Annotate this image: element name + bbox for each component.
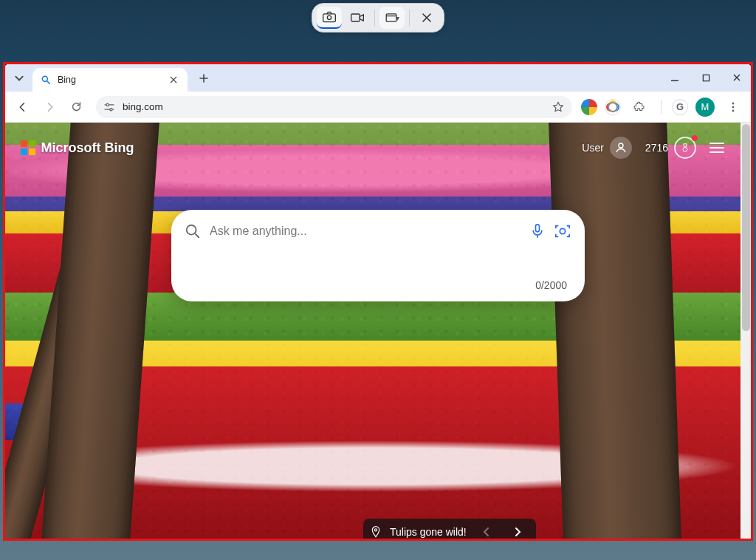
svg-point-17 [683,147,687,151]
scrollbar-thumb[interactable] [742,124,750,331]
caption-prev-button[interactable] [475,522,498,539]
tab-title: Bing [58,75,161,85]
window-minimize-button[interactable] [664,68,685,87]
svg-rect-20 [536,225,540,232]
microsoft-logo-icon [21,140,35,155]
rewards-points: 2716 [645,142,668,154]
browser-window: Bing bing.com [4,64,752,539]
extension-colorwheel-icon[interactable] [581,99,597,115]
tab-close-button[interactable] [167,73,180,86]
bing-logo-text: Microsoft Bing [41,140,134,156]
capture-still-button[interactable] [317,7,342,29]
nav-back-button[interactable] [12,96,34,118]
tab-strip: Bing [4,64,752,92]
profile-avatar[interactable]: M [695,98,715,117]
svg-point-13 [732,102,735,104]
bing-favicon [40,74,52,86]
location-pin-icon [371,526,381,538]
svg-point-1 [327,16,331,19]
svg-point-12 [110,108,112,110]
microsoft-bing-logo[interactable]: Microsoft Bing [21,140,134,156]
window-maximize-button[interactable] [695,68,716,87]
svg-rect-0 [323,14,336,22]
svg-line-19 [195,233,199,237]
url-text: bing.com [123,101,163,112]
caption-next-button[interactable] [506,522,529,539]
window-controls [664,68,747,87]
capture-window-button[interactable]: ▾ [379,7,405,29]
vertical-scrollbar[interactable] [740,123,752,539]
svg-point-21 [560,228,565,233]
screenshot-toolbar: ▾ [312,3,444,33]
nav-reload-button[interactable] [65,96,87,118]
site-settings-icon[interactable] [103,102,115,112]
svg-rect-8 [703,75,709,81]
rewards-button[interactable]: 2716 [645,137,696,159]
voice-search-icon[interactable] [530,223,545,239]
search-input[interactable] [210,225,521,238]
caption-text: Tulips gone wild! [390,526,467,538]
svg-rect-3 [386,14,396,21]
svg-rect-2 [351,14,360,21]
window-close-button[interactable] [726,68,747,87]
bookmark-star-icon[interactable] [551,100,565,114]
image-search-icon[interactable] [554,223,571,239]
user-account-button[interactable]: User [582,137,632,159]
chevron-down-icon: ▾ [396,14,399,22]
capture-video-button[interactable] [345,7,370,29]
user-label: User [582,142,604,154]
image-caption-bar: Tulips gone wild! [363,519,536,539]
toolbar-right-icons: G M [581,96,744,118]
chrome-menu-button[interactable] [722,96,744,118]
tab-bing[interactable]: Bing [32,68,188,92]
google-shortcut-icon[interactable]: G [672,99,688,115]
close-toolbar-button[interactable] [414,7,439,29]
address-bar[interactable]: bing.com [96,96,572,118]
svg-point-22 [374,529,377,531]
svg-line-6 [47,81,50,84]
page-viewport: Microsoft Bing User 2716 [4,123,752,539]
character-counter: 0/2000 [185,279,571,291]
tab-search-button[interactable] [10,69,28,87]
svg-point-14 [732,106,735,108]
user-avatar-icon [610,137,632,159]
background-image [4,123,740,539]
svg-point-16 [619,143,623,148]
nav-forward-button[interactable] [38,96,61,118]
svg-point-10 [106,103,109,106]
extensions-puzzle-icon[interactable] [628,96,650,118]
new-tab-button[interactable] [193,68,214,89]
browser-toolbar: bing.com G M [4,92,752,123]
bing-header: Microsoft Bing User 2716 [4,133,740,163]
extension-lens-icon[interactable] [605,99,621,115]
search-box: 0/2000 [171,210,585,301]
svg-point-15 [732,109,735,112]
hamburger-menu-button[interactable] [709,143,724,153]
search-icon [185,223,201,239]
rewards-medal-icon [674,137,696,159]
